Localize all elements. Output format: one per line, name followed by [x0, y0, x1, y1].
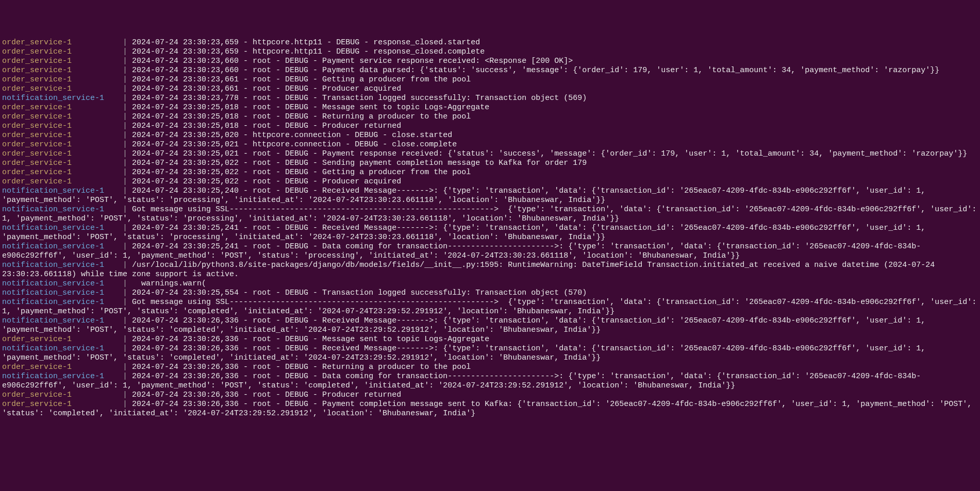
pipe-separator: |: [123, 94, 127, 103]
pipe-separator: |: [123, 75, 127, 84]
pipe-separator: |: [123, 400, 127, 409]
service-label-order: order_service-1: [2, 66, 123, 75]
service-label-order: order_service-1: [2, 335, 123, 344]
log-line: order_service-1 | 2024-07-24 23:30:25,01…: [2, 103, 978, 112]
service-label-order: order_service-1: [2, 75, 123, 84]
log-message: 2024-07-24 23:30:25,018 - root - DEBUG -…: [127, 122, 401, 130]
log-message: 2024-07-24 23:30:25,241 - root - DEBUG -…: [2, 224, 930, 242]
log-message: 2024-07-24 23:30:26,336 - root - DEBUG -…: [2, 344, 930, 362]
log-message: 2024-07-24 23:30:26,336 - root - DEBUG -…: [127, 363, 471, 371]
log-line: order_service-1 | 2024-07-24 23:30:23,66…: [2, 75, 978, 84]
log-line: order_service-1 | 2024-07-24 23:30:23,66…: [2, 66, 978, 75]
service-label-order: order_service-1: [2, 38, 123, 47]
log-line: order_service-1 | 2024-07-24 23:30:26,33…: [2, 391, 978, 400]
log-line: notification_service-1 | warnings.warn(: [2, 279, 978, 289]
log-message: 2024-07-24 23:30:23,778 - root - DEBUG -…: [127, 94, 587, 103]
service-label-notification: notification_service-1: [2, 316, 123, 325]
pipe-separator: |: [123, 122, 127, 130]
service-label-order: order_service-1: [2, 57, 123, 65]
service-label-order: order_service-1: [2, 122, 123, 130]
pipe-separator: |: [123, 205, 127, 214]
service-label-notification: notification_service-1: [2, 242, 123, 251]
log-message: 2024-07-24 23:30:26,336 - root - DEBUG -…: [2, 316, 930, 334]
pipe-separator: |: [123, 177, 127, 186]
log-line: order_service-1 | 2024-07-24 23:30:25,01…: [2, 112, 978, 122]
pipe-separator: |: [123, 391, 127, 399]
pipe-separator: |: [123, 335, 127, 344]
service-label-notification: notification_service-1: [2, 224, 123, 232]
service-label-notification: notification_service-1: [2, 94, 123, 103]
log-message: 2024-07-24 23:30:23,660 - root - DEBUG -…: [127, 57, 573, 65]
service-label-order: order_service-1: [2, 112, 123, 121]
service-label-order: order_service-1: [2, 47, 123, 56]
pipe-separator: |: [123, 47, 127, 56]
pipe-separator: |: [123, 66, 127, 75]
pipe-separator: |: [123, 168, 127, 177]
pipe-separator: |: [123, 261, 127, 269]
log-line: notification_service-1 | 2024-07-24 23:3…: [2, 289, 978, 298]
terminal-output[interactable]: order_service-1 | 2024-07-24 23:30:23,65…: [2, 38, 978, 418]
log-line: order_service-1 | 2024-07-24 23:30:23,65…: [2, 38, 978, 47]
pipe-separator: |: [123, 84, 127, 93]
service-label-order: order_service-1: [2, 131, 123, 140]
log-line: order_service-1 | 2024-07-24 23:30:26,33…: [2, 363, 978, 372]
pipe-separator: |: [123, 57, 127, 65]
log-line: notification_service-1 | 2024-07-24 23:3…: [2, 224, 978, 242]
pipe-separator: |: [123, 224, 127, 232]
log-line: notification_service-1 | 2024-07-24 23:3…: [2, 94, 978, 103]
log-message: 2024-07-24 23:30:23,659 - httpcore.http1…: [127, 38, 480, 47]
service-label-order: order_service-1: [2, 159, 123, 167]
log-message: 2024-07-24 23:30:26,336 - root - DEBUG -…: [2, 400, 976, 418]
log-line: order_service-1 | 2024-07-24 23:30:23,66…: [2, 57, 978, 66]
service-label-order: order_service-1: [2, 363, 123, 371]
log-line: order_service-1 | 2024-07-24 23:30:25,01…: [2, 122, 978, 131]
log-message: 2024-07-24 23:30:25,020 - httpcore.conne…: [127, 131, 452, 140]
pipe-separator: |: [123, 149, 127, 158]
service-label-order: order_service-1: [2, 103, 123, 112]
log-line: order_service-1 | 2024-07-24 23:30:25,02…: [2, 149, 978, 159]
log-message: 2024-07-24 23:30:23,661 - root - DEBUG -…: [127, 75, 471, 84]
pipe-separator: |: [123, 131, 127, 140]
log-line: order_service-1 | 2024-07-24 23:30:25,02…: [2, 159, 978, 168]
pipe-separator: |: [123, 112, 127, 121]
service-label-order: order_service-1: [2, 391, 123, 399]
log-line: notification_service-1 | /usr/local/lib/…: [2, 261, 978, 279]
log-message: 2024-07-24 23:30:26,336 - root - DEBUG -…: [2, 372, 921, 390]
service-label-order: order_service-1: [2, 177, 123, 186]
log-line: notification_service-1 | 2024-07-24 23:3…: [2, 316, 978, 335]
service-label-notification: notification_service-1: [2, 261, 123, 269]
log-line: order_service-1 | 2024-07-24 23:30:23,66…: [2, 84, 978, 94]
service-label-notification: notification_service-1: [2, 279, 123, 288]
pipe-separator: |: [123, 363, 127, 371]
log-message: Got message using SSL-------------------…: [2, 298, 980, 316]
log-message: 2024-07-24 23:30:26,336 - root - DEBUG -…: [127, 335, 489, 344]
log-line: order_service-1 | 2024-07-24 23:30:25,02…: [2, 168, 978, 177]
service-label-order: order_service-1: [2, 400, 123, 409]
log-line: order_service-1 | 2024-07-24 23:30:26,33…: [2, 335, 978, 344]
log-message: 2024-07-24 23:30:25,022 - root - DEBUG -…: [127, 177, 401, 186]
service-label-notification: notification_service-1: [2, 344, 123, 353]
log-line: order_service-1 | 2024-07-24 23:30:25,02…: [2, 131, 978, 140]
pipe-separator: |: [123, 242, 127, 251]
service-label-order: order_service-1: [2, 140, 123, 149]
service-label-notification: notification_service-1: [2, 298, 123, 307]
log-message: 2024-07-24 23:30:26,336 - root - DEBUG -…: [127, 391, 401, 399]
pipe-separator: |: [123, 38, 127, 47]
service-label-notification: notification_service-1: [2, 372, 123, 381]
log-message: 2024-07-24 23:30:25,022 - root - DEBUG -…: [127, 168, 471, 177]
pipe-separator: |: [123, 316, 127, 325]
pipe-separator: |: [123, 140, 127, 149]
pipe-separator: |: [123, 279, 127, 288]
log-message: 2024-07-24 23:30:23,659 - httpcore.http1…: [127, 47, 485, 56]
service-label-order: order_service-1: [2, 168, 123, 177]
log-message: warnings.warn(: [127, 279, 206, 288]
log-line: notification_service-1 | Got message usi…: [2, 298, 978, 316]
log-message: 2024-07-24 23:30:25,554 - root - DEBUG -…: [127, 289, 587, 297]
log-message: 2024-07-24 23:30:23,661 - root - DEBUG -…: [127, 84, 401, 93]
pipe-separator: |: [123, 289, 127, 297]
log-message: Got message using SSL-------------------…: [2, 205, 980, 223]
log-line: order_service-1 | 2024-07-24 23:30:25,02…: [2, 140, 978, 149]
log-line: notification_service-1 | 2024-07-24 23:3…: [2, 242, 978, 261]
service-label-notification: notification_service-1: [2, 289, 123, 297]
pipe-separator: |: [123, 344, 127, 353]
